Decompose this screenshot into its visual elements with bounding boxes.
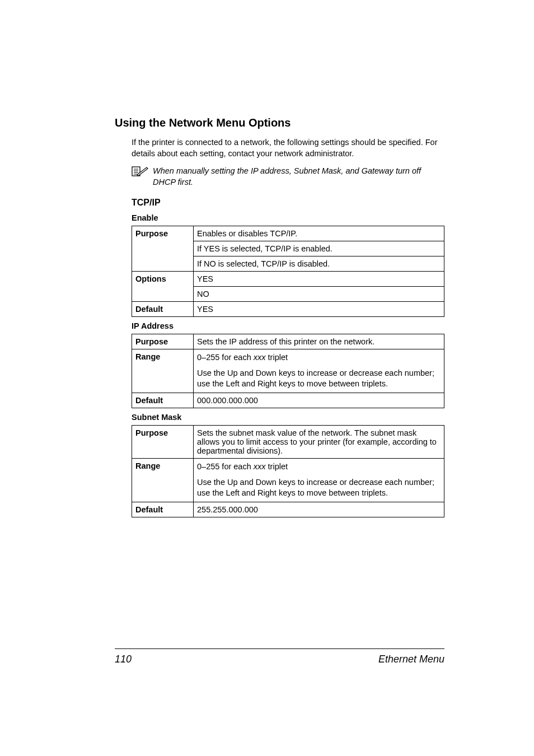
enable-default-value: YES: [194, 302, 444, 317]
subnet-range-1-pre: 0–255 for each: [197, 462, 254, 471]
ip-default-label: Default: [132, 393, 194, 408]
subnet-table: Purpose Sets the subnet mask value of th…: [132, 425, 444, 517]
note-row: When manually setting the IP address, Su…: [132, 166, 444, 188]
enable-purpose-1: Enables or disables TCP/IP.: [194, 226, 444, 241]
ip-heading: IP Address: [132, 321, 444, 330]
subnet-default-label: Default: [132, 502, 194, 517]
subnet-purpose-label: Purpose: [132, 425, 194, 458]
note-icon: [132, 166, 148, 179]
footer-page-number: 110: [115, 654, 132, 665]
enable-options-1: YES: [194, 272, 444, 287]
subnet-range-1-em: xxx: [254, 462, 266, 471]
ip-default-value: 000.000.000.000: [194, 393, 444, 408]
subnet-heading: Subnet Mask: [132, 413, 444, 422]
intro-paragraph: If the printer is connected to a network…: [132, 137, 444, 159]
ip-purpose-label: Purpose: [132, 334, 194, 349]
enable-options-label: Options: [132, 272, 194, 302]
subnet-range-2: Use the Up and Down keys to increase or …: [197, 477, 441, 499]
page-heading: Using the Network Menu Options: [115, 116, 444, 129]
enable-purpose-label: Purpose: [132, 226, 194, 272]
ip-range-2: Use the Up and Down keys to increase or …: [197, 368, 441, 390]
enable-table: Purpose Enables or disables TCP/IP. If Y…: [132, 226, 444, 317]
ip-range-1-post: triplet: [266, 353, 288, 362]
enable-default-label: Default: [132, 302, 194, 317]
page-footer: 110 Ethernet Menu: [115, 648, 444, 665]
ip-range-1-pre: 0–255 for each: [197, 353, 254, 362]
ip-range-1-em: xxx: [254, 353, 266, 362]
footer-section-title: Ethernet Menu: [378, 654, 444, 665]
enable-purpose-3: If NO is selected, TCP/IP is disabled.: [194, 256, 444, 272]
ip-table: Purpose Sets the IP address of this prin…: [132, 334, 444, 408]
subnet-range-label: Range: [132, 458, 194, 502]
ip-range-cell: 0–255 for each xxx triplet Use the Up an…: [194, 349, 444, 393]
note-text: When manually setting the IP address, Su…: [153, 166, 444, 188]
tcpip-heading: TCP/IP: [132, 198, 444, 208]
enable-heading: Enable: [132, 213, 444, 222]
enable-options-2: NO: [194, 287, 444, 302]
enable-purpose-2: If YES is selected, TCP/IP is enabled.: [194, 241, 444, 256]
ip-purpose-value: Sets the IP address of this printer on t…: [194, 334, 444, 349]
ip-range-label: Range: [132, 349, 194, 393]
subnet-range-cell: 0–255 for each xxx triplet Use the Up an…: [194, 458, 444, 502]
subnet-range-1-post: triplet: [266, 462, 288, 471]
subnet-purpose-value: Sets the subnet mask value of the networ…: [194, 425, 444, 458]
subnet-default-value: 255.255.000.000: [194, 502, 444, 517]
